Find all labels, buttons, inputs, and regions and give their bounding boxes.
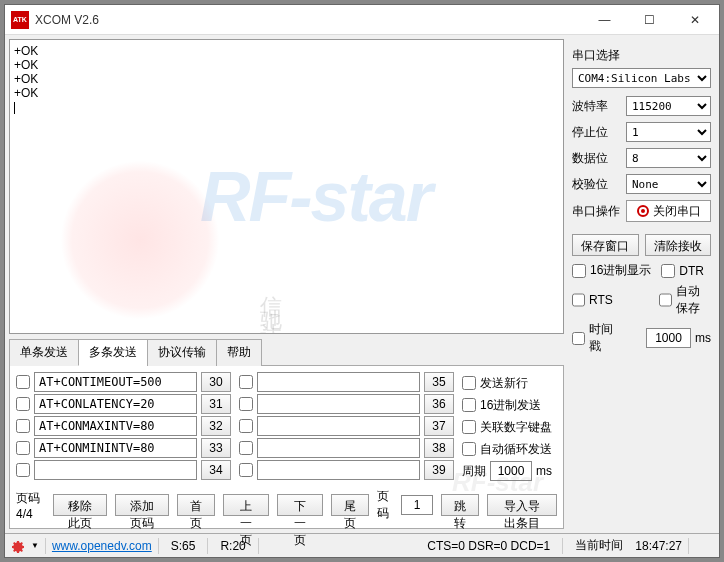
send-newline-label: 发送新行	[480, 375, 528, 392]
send-num-button[interactable]: 36	[424, 394, 454, 414]
main-window: ATK XCOM V2.6 ― ☐ ✕ RF-star 信 驰 达 +OK +O…	[4, 4, 720, 558]
loop-send-label: 自动循环发送	[480, 441, 552, 458]
website-link[interactable]: www.openedv.com	[52, 539, 152, 553]
tab-protocol[interactable]: 协议传输	[147, 339, 217, 366]
autosave-label: 自动保存	[676, 283, 711, 317]
send-row-checkbox[interactable]	[16, 397, 30, 411]
period-label: 周期	[462, 463, 486, 480]
app-logo: ATK	[11, 11, 29, 29]
send-command-input[interactable]	[34, 394, 197, 414]
page-input[interactable]	[401, 495, 433, 515]
send-num-button[interactable]: 31	[201, 394, 231, 414]
jump-button[interactable]: 跳转	[441, 494, 479, 516]
stop-label: 停止位	[572, 124, 620, 141]
send-tabs: 单条发送 多条发送 协议传输 帮助	[9, 338, 564, 366]
send-row-checkbox[interactable]	[16, 375, 30, 389]
maximize-button[interactable]: ☐	[627, 6, 672, 34]
hex-display-checkbox[interactable]	[572, 264, 586, 278]
close-port-button[interactable]: 关闭串口	[626, 200, 711, 222]
add-page-button[interactable]: 添加页码	[115, 494, 169, 516]
send-command-input[interactable]	[34, 460, 197, 480]
minimize-button[interactable]: ―	[582, 6, 627, 34]
send-row-checkbox[interactable]	[16, 441, 30, 455]
port-select[interactable]: COM4:Silicon Labs CP2	[572, 68, 711, 88]
hex-send-checkbox[interactable]	[462, 398, 476, 412]
hex-send-label: 16进制发送	[480, 397, 541, 414]
send-row-checkbox[interactable]	[239, 463, 253, 477]
sent-count: S:65	[165, 539, 202, 553]
last-page-button[interactable]: 尾页	[331, 494, 369, 516]
titlebar: ATK XCOM V2.6 ― ☐ ✕	[5, 5, 719, 35]
send-num-button[interactable]: 37	[424, 416, 454, 436]
serial-panel: 串口选择 COM4:Silicon Labs CP2 波特率115200 停止位…	[568, 35, 719, 533]
remove-page-button[interactable]: 移除此页	[53, 494, 107, 516]
terminal-text: +OK +OK +OK +OK	[14, 44, 38, 100]
send-num-button[interactable]: 33	[201, 438, 231, 458]
send-command-input[interactable]	[34, 372, 197, 392]
send-num-button[interactable]: 32	[201, 416, 231, 436]
send-row-checkbox[interactable]	[239, 441, 253, 455]
dropdown-icon[interactable]: ▼	[31, 541, 39, 550]
numpad-checkbox[interactable]	[462, 420, 476, 434]
autosave-checkbox[interactable]	[659, 293, 672, 307]
dtr-label: DTR	[679, 264, 704, 278]
loop-send-checkbox[interactable]	[462, 442, 476, 456]
timestamp-unit: ms	[695, 331, 711, 345]
send-num-button[interactable]: 35	[424, 372, 454, 392]
window-title: XCOM V2.6	[35, 13, 582, 27]
numpad-label: 关联数字键盘	[480, 419, 552, 436]
send-num-button[interactable]: 39	[424, 460, 454, 480]
gear-icon[interactable]	[9, 538, 25, 554]
status-bar: ▼ www.openedv.com S:65 R:20 CTS=0 DSR=0 …	[5, 533, 719, 557]
tab-single-send[interactable]: 单条发送	[9, 339, 79, 366]
timestamp-checkbox[interactable]	[572, 332, 585, 345]
send-command-input[interactable]	[257, 460, 420, 480]
send-row-checkbox[interactable]	[239, 419, 253, 433]
period-input[interactable]	[490, 461, 532, 481]
send-row-checkbox[interactable]	[239, 397, 253, 411]
timestamp-label: 时间戳	[589, 321, 624, 355]
timestamp-input[interactable]	[646, 328, 691, 348]
send-num-button[interactable]: 30	[201, 372, 231, 392]
baud-select[interactable]: 115200	[626, 96, 711, 116]
import-export-button[interactable]: 导入导出条目	[487, 494, 557, 516]
send-command-input[interactable]	[34, 416, 197, 436]
terminal-output[interactable]: RF-star 信 驰 达 +OK +OK +OK +OK	[9, 39, 564, 334]
send-newline-checkbox[interactable]	[462, 376, 476, 390]
send-row-checkbox[interactable]	[16, 463, 30, 477]
clear-recv-button[interactable]: 清除接收	[645, 234, 712, 256]
send-num-button[interactable]: 38	[424, 438, 454, 458]
stop-select[interactable]: 1	[626, 122, 711, 142]
data-select[interactable]: 8	[626, 148, 711, 168]
save-window-button[interactable]: 保存窗口	[572, 234, 639, 256]
send-command-input[interactable]	[257, 438, 420, 458]
send-row-checkbox[interactable]	[16, 419, 30, 433]
parity-label: 校验位	[572, 176, 620, 193]
close-button[interactable]: ✕	[672, 6, 717, 34]
data-label: 数据位	[572, 150, 620, 167]
dtr-checkbox[interactable]	[661, 264, 675, 278]
send-num-button[interactable]: 34	[201, 460, 231, 480]
time-label: 当前时间	[569, 537, 629, 554]
send-command-input[interactable]	[257, 394, 420, 414]
multi-send-panel: RF-star 30 31 32 33 34 35 36 37 38 39	[9, 366, 564, 529]
serial-header: 串口选择	[572, 47, 711, 64]
send-row-checkbox[interactable]	[239, 375, 253, 389]
page-indicator: 页码 4/4	[16, 490, 45, 521]
line-status: CTS=0 DSR=0 DCD=1	[265, 539, 556, 553]
first-page-button[interactable]: 首页	[177, 494, 215, 516]
next-page-button[interactable]: 下一页	[277, 494, 323, 516]
page-label: 页码	[377, 488, 393, 522]
current-time: 18:47:27	[635, 539, 682, 553]
tab-help[interactable]: 帮助	[216, 339, 262, 366]
prev-page-button[interactable]: 上一页	[223, 494, 269, 516]
rts-label: RTS	[589, 293, 613, 307]
hex-display-label: 16进制显示	[590, 262, 651, 279]
send-command-input[interactable]	[34, 438, 197, 458]
tab-multi-send[interactable]: 多条发送	[78, 339, 148, 366]
send-command-input[interactable]	[257, 372, 420, 392]
send-command-input[interactable]	[257, 416, 420, 436]
rts-checkbox[interactable]	[572, 293, 585, 307]
port-status-icon	[637, 205, 649, 217]
parity-select[interactable]: None	[626, 174, 711, 194]
